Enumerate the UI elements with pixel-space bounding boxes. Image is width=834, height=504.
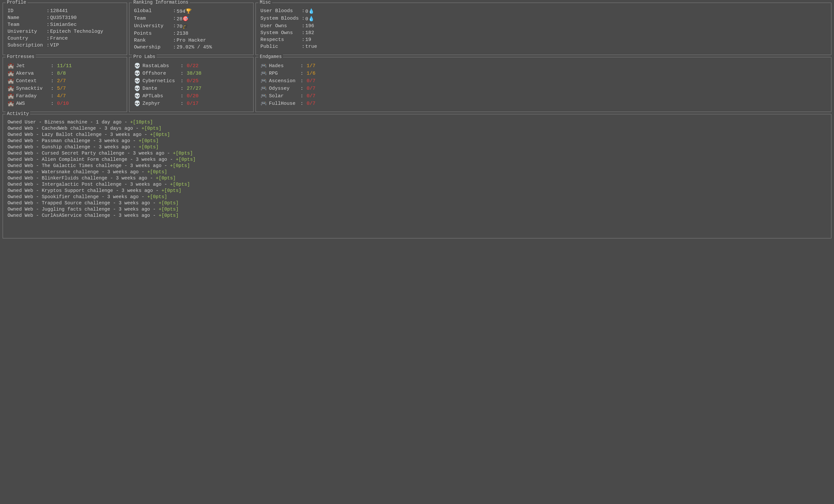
fortress-icon: 🏰 — [7, 70, 14, 76]
profile-value: SimianSec — [50, 21, 122, 28]
ranking-sep: : — [170, 23, 177, 30]
ranking-label: Ownership — [134, 44, 170, 51]
endgame-row: 🎮 Solar : 0/7 — [260, 93, 827, 99]
misc-value: 196 — [305, 23, 827, 29]
prolab-row: 💀 Offshore : 38/38 — [134, 70, 249, 76]
fortresses-title: Fortresses — [5, 54, 36, 59]
activity-pts: +[0pts] — [147, 169, 167, 175]
activity-pts: +[0pts] — [138, 138, 158, 144]
prolab-name: APTLabs — [142, 93, 178, 99]
ranking-panel: Ranking Informations Global : 594🏆 Team … — [129, 3, 254, 55]
profile-sep: : — [44, 7, 50, 15]
fortress-score: 2/7 — [57, 78, 66, 84]
ranking-value: 28🎯 — [177, 15, 249, 23]
prolab-name: Cybernetics — [142, 78, 178, 84]
misc-table: User Bloods : 0💧 System Bloods : 0💧 User… — [260, 7, 827, 50]
activity-line: Owned Web - Watersnake challenge - 3 wee… — [7, 169, 827, 175]
endgames-panel: Endgames 🎮 Hades : 1/7 🎮 RPG : 1/6 🎮 Asc… — [256, 57, 831, 112]
profile-sep: : — [44, 42, 50, 49]
activity-line: Owned Web - BlinkerFluids challenge - 3 … — [7, 176, 827, 181]
fortress-score: 8/8 — [57, 71, 66, 76]
misc-row: User Owns : 196 — [260, 23, 827, 29]
ranking-row: Global : 594🏆 — [134, 7, 249, 15]
ranking-label: Points — [134, 30, 170, 37]
endgame-icon: 🎮 — [260, 63, 267, 69]
profile-value: 128441 — [50, 7, 122, 15]
fortress-sep: : — [51, 78, 54, 84]
profile-value: Epitech Technology — [50, 28, 122, 35]
fortress-score: 5/7 — [57, 86, 66, 91]
prolab-icon: 💀 — [134, 93, 140, 99]
profile-label: ID — [7, 7, 44, 15]
activity-base-text: Owned Web - Spookifier challenge - 3 wee… — [7, 194, 147, 199]
endgame-icon: 🎮 — [260, 70, 267, 76]
prolab-sep: : — [180, 93, 183, 99]
profile-title: Profile — [5, 0, 27, 5]
fortress-sep: : — [51, 71, 54, 76]
misc-label: Public — [260, 43, 299, 50]
activity-pts: +[0pts] — [158, 206, 178, 212]
misc-value: 182 — [305, 29, 827, 36]
prolab-score: 38/38 — [187, 71, 201, 76]
ranking-row: Rank : Pro Hacker — [134, 37, 249, 44]
ranking-table: Global : 594🏆 Team : 28🎯 University : 70… — [134, 7, 249, 51]
activity-title: Activity — [5, 111, 30, 116]
prolab-row: 💀 APTLabs : 0/20 — [134, 93, 249, 99]
ranking-value: 2138 — [177, 30, 249, 37]
activity-base-text: Owned Web - BlinkerFluids challenge - 3 … — [7, 176, 156, 181]
activity-pts: +[0pts] — [138, 145, 158, 150]
activity-line: Owned Web - Passman challenge - 3 weeks … — [7, 138, 827, 144]
endgame-icon: 🎮 — [260, 78, 267, 84]
profile-label: Country — [7, 35, 44, 42]
fortress-name: Synacktiv — [16, 86, 49, 91]
activity-pts: +[0pts] — [141, 126, 161, 131]
ranking-row: Points : 2138 — [134, 30, 249, 37]
endgame-name: RPG — [269, 71, 299, 76]
ranking-sep: : — [170, 44, 177, 51]
activity-base-text: Owned User - Bizness machine - 1 day ago… — [7, 119, 130, 125]
endgame-sep: : — [300, 86, 303, 91]
prolab-sep: : — [180, 71, 183, 76]
misc-sep: : — [299, 15, 305, 23]
activity-base-text: Owned Web - Lazy Ballot challenge - 3 we… — [7, 132, 150, 137]
prolab-row: 💀 Dante : 27/27 — [134, 85, 249, 92]
endgame-name: Solar — [269, 93, 299, 99]
prolab-icon: 💀 — [134, 63, 140, 69]
ranking-label: University — [134, 23, 170, 30]
prolab-score: 0/25 — [187, 78, 198, 84]
activity-base-text: Owned Web - Alien Complaint Form challen… — [7, 157, 176, 162]
ranking-label: Team — [134, 15, 170, 23]
prolab-row: 💀 Cybernetics : 0/25 — [134, 78, 249, 84]
endgame-name: Odyssey — [269, 86, 299, 91]
ranking-row: Ownership : 29.02% / 45% — [134, 44, 249, 51]
prolab-icon: 💀 — [134, 78, 140, 84]
activity-line: Owned Web - Gunship challenge - 3 weeks … — [7, 145, 827, 150]
misc-row: Public : true — [260, 43, 827, 50]
prolab-row: 💀 RastaLabs : 0/22 — [134, 63, 249, 69]
ranking-value: Pro Hacker — [177, 37, 249, 44]
misc-sep: : — [299, 7, 305, 15]
fortress-row: 🏰 Context : 2/7 — [7, 78, 122, 84]
activity-line: Owned Web - The Galactic Times challenge… — [7, 163, 827, 168]
prolab-row: 💀 Zephyr : 0/17 — [134, 100, 249, 107]
profile-sep: : — [44, 28, 50, 35]
endgame-score: 0/7 — [307, 101, 315, 106]
activity-line: Owned Web - Trapped Source challenge - 3… — [7, 200, 827, 206]
activity-pts: +[0pts] — [170, 163, 190, 168]
fortress-row: 🏰 Faraday : 4/7 — [7, 93, 122, 99]
misc-value: 0💧 — [305, 7, 827, 15]
misc-label: Respects — [260, 36, 299, 43]
activity-base-text: Owned Web - Intergalactic Post challenge… — [7, 182, 170, 187]
fortress-row: 🏰 AWS : 0/10 — [7, 100, 122, 107]
activity-pts: +[10pts] — [130, 119, 153, 125]
activity-base-text: Owned Web - Kryptos Support challenge - … — [7, 188, 161, 193]
activity-pts: +[0pts] — [173, 151, 193, 156]
profile-table: ID : 128441 Name : QU35T3190 Team : Simi… — [7, 7, 122, 49]
ranking-sep: : — [170, 7, 177, 15]
prolab-icon: 💀 — [134, 85, 140, 92]
activity-line: Owned Web - Intergalactic Post challenge… — [7, 182, 827, 187]
prolab-name: Dante — [142, 86, 178, 91]
profile-sep: : — [44, 15, 50, 21]
fortress-row: 🏰 Jet : 11/11 — [7, 63, 122, 69]
activity-base-text: Owned Web - The Galactic Times challenge… — [7, 163, 170, 168]
